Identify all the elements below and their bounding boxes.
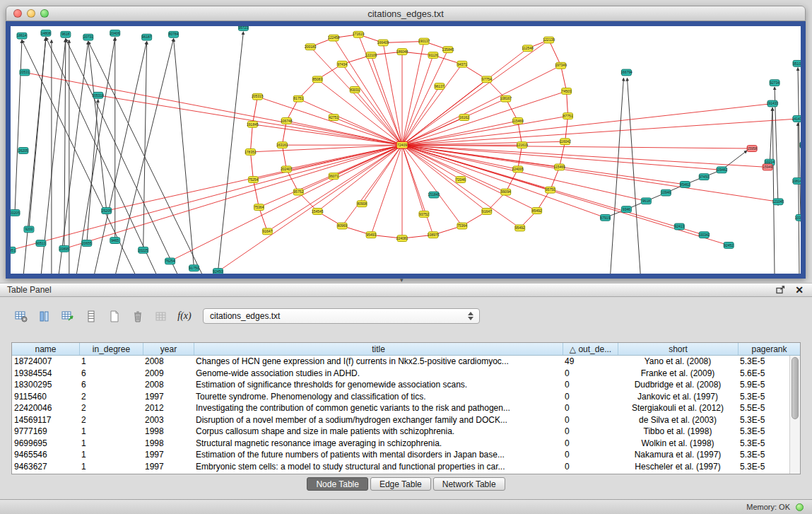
memory-status[interactable]: Memory: OK: [746, 503, 804, 511]
table-cell[interactable]: 9463627: [12, 462, 79, 472]
table-row[interactable]: 1456911722003Disruption of a novel membe…: [12, 414, 800, 426]
column-header-in_degree[interactable]: in_degree: [79, 343, 143, 355]
table-cell[interactable]: Changes of HCN gene expression and I(f) …: [194, 356, 563, 366]
table-cell[interactable]: Nakamura et al. (1997): [618, 450, 738, 460]
table-cell[interactable]: 0: [563, 380, 618, 390]
table-cell[interactable]: 1: [79, 356, 143, 366]
table-cell[interactable]: Investigating the contribution of common…: [194, 403, 563, 413]
close-window-button[interactable]: [13, 9, 22, 18]
table-cell[interactable]: 1: [79, 450, 143, 460]
column-header-short[interactable]: short: [618, 343, 738, 355]
table-cell[interactable]: 0: [563, 450, 618, 460]
vertical-scrollbar[interactable]: [789, 356, 800, 474]
table-cell[interactable]: 2012: [143, 403, 194, 413]
tab-edge-table[interactable]: Edge Table: [370, 477, 431, 491]
table-cell[interactable]: Genome-wide association studies in ADHD.: [194, 368, 563, 378]
float-window-icon[interactable]: [776, 286, 785, 294]
table-cell[interactable]: 9699695: [12, 438, 79, 448]
table-cell[interactable]: 1: [79, 438, 143, 448]
graph-node-label: 91647: [482, 210, 492, 214]
table-cell[interactable]: 6: [79, 380, 143, 390]
table-selector-combobox[interactable]: citations_edges.txt: [203, 308, 480, 324]
table-cell[interactable]: Stergiakouli et al. (2012): [618, 403, 738, 413]
zoom-window-button[interactable]: [40, 9, 49, 18]
table-cell[interactable]: Disruption of a novel member of a sodium…: [194, 415, 563, 425]
table-cell[interactable]: 9465546: [12, 450, 79, 460]
table-cell[interactable]: Tourette syndrome. Phenomenology and cla…: [194, 392, 563, 402]
table-cell[interactable]: 2008: [143, 356, 194, 366]
table-cell[interactable]: 9115460: [12, 392, 79, 402]
table-cell[interactable]: 2: [79, 403, 143, 413]
table-cell[interactable]: 14569117: [12, 415, 79, 425]
table-cell[interactable]: de Silva et al. (2003): [618, 415, 738, 425]
table-cell[interactable]: 2009: [143, 368, 194, 378]
table-cell[interactable]: 1: [79, 426, 143, 436]
show-columns-button[interactable]: [36, 308, 53, 325]
table-cell[interactable]: Structural magnetic resonance image aver…: [194, 438, 563, 448]
table-cell[interactable]: Wolkin et al. (1998): [618, 438, 738, 448]
new-document-button[interactable]: [106, 308, 123, 325]
import-table-button[interactable]: [153, 308, 170, 325]
table-row[interactable]: 1872400712008Changes of HCN gene express…: [12, 356, 800, 368]
close-panel-icon[interactable]: ✕: [795, 285, 804, 295]
column-header-title[interactable]: title: [194, 343, 563, 355]
table-cell[interactable]: 1: [79, 462, 143, 472]
table-row[interactable]: 969969511998Structural magnetic resonanc…: [12, 438, 800, 450]
column-header-out_de[interactable]: △ out_de...: [563, 343, 618, 355]
table-row[interactable]: 2242004622012Investigating the contribut…: [12, 402, 800, 414]
table-row[interactable]: 977716911998Corpus callosum shape and si…: [12, 426, 800, 438]
table-cell[interactable]: 18300295: [12, 380, 79, 390]
table-cell[interactable]: 1997: [143, 392, 194, 402]
table-cell[interactable]: 2: [79, 392, 143, 402]
table-cell[interactable]: 0: [563, 438, 618, 448]
table-cell[interactable]: Estimation of the future numbers of pati…: [194, 450, 563, 460]
table-row[interactable]: 946554611997Estimation of the future num…: [12, 449, 800, 461]
table-cell[interactable]: 0: [563, 415, 618, 425]
table-cell[interactable]: 2008: [143, 380, 194, 390]
table-cell[interactable]: 9777169: [12, 426, 79, 436]
table-cell[interactable]: Corpus callosum shape and size in male p…: [194, 426, 563, 436]
table-cell[interactable]: 49: [563, 356, 618, 366]
table-cell[interactable]: 0: [563, 368, 618, 378]
table-cell[interactable]: Franke et al. (2009): [618, 368, 738, 378]
edit-table-button[interactable]: [59, 308, 76, 325]
table-cell[interactable]: Yano et al. (2008): [618, 356, 738, 366]
column-header-year[interactable]: year: [143, 343, 194, 355]
table-row[interactable]: 1830029562008Estimation of significance …: [12, 379, 800, 391]
table-cell[interactable]: 2003: [143, 415, 194, 425]
column-header-pagerank[interactable]: pagerank: [738, 343, 800, 355]
table-row[interactable]: 911546021997Tourette syndrome. Phenomeno…: [12, 391, 800, 403]
table-cell[interactable]: 0: [563, 462, 618, 472]
table-cell[interactable]: 1998: [143, 438, 194, 448]
delete-table-button[interactable]: [129, 308, 146, 325]
table-cell[interactable]: 0: [563, 392, 618, 402]
window-titlebar[interactable]: citations_edges.txt: [6, 6, 806, 21]
table-cell[interactable]: 1998: [143, 426, 194, 436]
table-cell[interactable]: Estimation of significance thresholds fo…: [194, 380, 563, 390]
table-cell[interactable]: 22420046: [12, 403, 79, 413]
table-cell[interactable]: 19384554: [12, 368, 79, 378]
scrollbar-thumb[interactable]: [792, 357, 799, 419]
table-cell[interactable]: Embryonic stem cells: a model to study s…: [194, 462, 563, 472]
table-cell[interactable]: 1997: [143, 450, 194, 460]
table-row[interactable]: 1938455462009Genome-wide association stu…: [12, 368, 800, 380]
tab-network-table[interactable]: Network Table: [433, 477, 505, 491]
table-cell[interactable]: 0: [563, 403, 618, 413]
table-cell[interactable]: 0: [563, 426, 618, 436]
rows-view-button[interactable]: [83, 308, 100, 325]
table-options-button[interactable]: [13, 308, 30, 325]
table-row[interactable]: 946362711997Embryonic stem cells: a mode…: [12, 461, 800, 473]
tab-node-table[interactable]: Node Table: [307, 477, 368, 491]
table-cell[interactable]: Hescheler et al. (1997): [618, 462, 738, 472]
column-header-name[interactable]: name: [12, 343, 79, 355]
table-cell[interactable]: Jankovic et al. (1997): [618, 392, 738, 402]
minimize-window-button[interactable]: [27, 9, 35, 18]
table-cell[interactable]: Tibbo et al. (1998): [618, 426, 738, 436]
function-builder-button[interactable]: f(x): [176, 308, 193, 325]
table-cell[interactable]: 18724007: [12, 356, 79, 366]
table-cell[interactable]: 2: [79, 415, 143, 425]
network-canvas[interactable]: 1861414808961820731204069618780784957238…: [11, 26, 801, 274]
table-cell[interactable]: 1997: [143, 462, 194, 472]
table-cell[interactable]: 6: [79, 368, 143, 378]
table-cell[interactable]: Dudbridge et al. (2008): [618, 380, 738, 390]
